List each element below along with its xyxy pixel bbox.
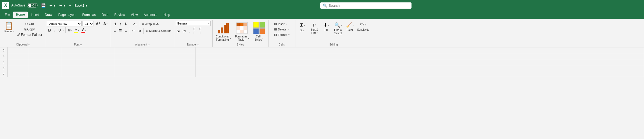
merge-center-button[interactable]: ⊡ Merge & Center ▾ [145, 28, 172, 33]
bold-button[interactable]: B [47, 27, 52, 33]
cell-3-e[interactable] [155, 47, 196, 53]
italic-button[interactable]: I [53, 27, 57, 33]
cell-3-c[interactable] [61, 47, 115, 53]
increase-indent-button[interactable]: ⇥ [137, 28, 142, 33]
paste-button[interactable]: 📋 Paste ▾ [3, 21, 15, 43]
number-format-select[interactable]: General ▾ [176, 21, 211, 26]
delete-icon: ⊟ [274, 27, 277, 31]
copy-button[interactable]: ⎘ Copy [16, 27, 43, 32]
decrease-indent-button[interactable]: ⇤ [131, 28, 136, 33]
undo-button[interactable]: ↩ ▾ [48, 3, 57, 8]
increase-decimal-button[interactable]: .0→ [197, 27, 203, 35]
menu-view[interactable]: View [128, 12, 141, 18]
cell-4-c[interactable] [61, 53, 115, 59]
menu-review[interactable]: Review [112, 12, 127, 18]
cell-7-e[interactable] [155, 71, 196, 77]
styles-group: ConditionalFormatting ▾ [213, 20, 269, 47]
format-button[interactable]: ⊟ Format ▾ [273, 32, 291, 37]
decrease-decimal-button[interactable]: .0← [191, 27, 197, 35]
cell-4-a[interactable] [8, 53, 29, 59]
cell-5-a[interactable] [8, 59, 29, 65]
percent-button[interactable]: % [181, 28, 187, 34]
cell-4-f[interactable] [196, 53, 644, 59]
save-button[interactable]: 💾 [40, 3, 47, 8]
cell-5-f[interactable] [196, 59, 644, 65]
menu-insert[interactable]: Insert [28, 12, 42, 18]
cell-7-a[interactable] [8, 71, 29, 77]
menu-automate[interactable]: Automate [141, 12, 160, 18]
clear-button[interactable]: 🧹 ▾ Clear [344, 21, 356, 33]
find-select-button[interactable]: 🔍 ▾ Find &Select [332, 21, 344, 36]
clipboard-expand-icon[interactable]: ⧉ [28, 43, 30, 46]
font-size-select[interactable]: 11 [83, 21, 94, 26]
underline-button[interactable]: U [58, 28, 62, 33]
menu-home[interactable]: Home [13, 12, 27, 18]
wrap-text-button[interactable]: ⇔ Wrap Text ▾ [141, 22, 160, 26]
insert-button[interactable]: ⊞ Insert ▾ [273, 22, 289, 26]
cell-styles-button[interactable]: CellStyles ▾ [252, 21, 267, 43]
cell-7-b[interactable] [29, 71, 61, 77]
format-painter-button[interactable]: 🖌 Format Painter [16, 32, 43, 37]
cut-button[interactable]: ✂ Cut [16, 22, 43, 26]
cell-6-b[interactable] [29, 65, 61, 71]
align-bottom-button[interactable]: ⬇ [123, 21, 128, 27]
cell-5-c[interactable] [61, 59, 115, 65]
fill-color-button[interactable]: A ▾ [73, 27, 80, 33]
redo-button[interactable]: ↪ ▾ [58, 3, 67, 8]
autosave-toggle[interactable]: Off [27, 3, 37, 8]
menu-file[interactable]: File [2, 12, 13, 18]
underline-dd[interactable]: ▾ [63, 29, 64, 32]
cell-3-f[interactable] [196, 47, 644, 53]
paste-sub-btns: ✂ Cut ⎘ Copy 🖌 Format Painter [16, 21, 43, 43]
number-expand-icon[interactable]: ⧉ [198, 43, 199, 46]
menu-data[interactable]: Data [99, 12, 111, 18]
format-as-table-button[interactable]: Format asTable ▾ [234, 21, 251, 43]
cell-7-f[interactable] [196, 71, 644, 77]
cell-3-b[interactable] [29, 47, 61, 53]
font-expand-icon[interactable]: ⧉ [80, 43, 82, 46]
menu-formulas[interactable]: Formulas [80, 12, 98, 18]
cell-6-a[interactable] [8, 65, 29, 71]
increase-font-button[interactable]: A⁺ [95, 21, 101, 26]
currency-button[interactable]: $▾ [176, 28, 181, 34]
font-name-select[interactable]: Aptos Narrow [47, 21, 82, 26]
cell-7-d[interactable] [115, 71, 155, 77]
sum-button[interactable]: Σ ▾ Sum [297, 21, 308, 33]
align-right-button[interactable]: ≡ [124, 28, 128, 33]
align-center-button[interactable]: ☰ [117, 28, 123, 33]
cell-5-d[interactable] [115, 59, 155, 65]
cell-6-c[interactable] [61, 65, 115, 71]
delete-button[interactable]: ⊟ Delete ▾ [273, 27, 290, 32]
cell-3-d[interactable] [115, 47, 155, 53]
cell-4-d[interactable] [115, 53, 155, 59]
borders-button[interactable]: ⊞ ▾ [67, 28, 73, 33]
find-icon-wrap: 🔍 ▾ [334, 22, 342, 28]
fill-button[interactable]: ⬇ ▾ Fill [321, 21, 332, 33]
align-middle-button[interactable]: ↕ [119, 21, 123, 27]
cell-5-e[interactable] [155, 59, 196, 65]
customize-button[interactable]: ▾ [68, 3, 72, 8]
decrease-font-button[interactable]: A⁻ [102, 21, 109, 26]
comma-button[interactable]: , [188, 28, 191, 34]
sensitivity-button[interactable]: 🛡 ▾ Sensitivity [356, 21, 370, 33]
cell-6-d[interactable] [115, 65, 155, 71]
menu-draw[interactable]: Draw [42, 12, 55, 18]
align-top-button[interactable]: ⬆ [113, 21, 118, 27]
text-rotation-button[interactable]: ⤢▾ [131, 22, 138, 27]
conditional-formatting-button[interactable]: ConditionalFormatting ▾ [214, 21, 232, 43]
menu-help[interactable]: Help [161, 12, 173, 18]
sort-filter-button[interactable]: ↕ ▾ Sort &Filter [309, 21, 320, 36]
cell-4-b[interactable] [29, 53, 61, 59]
cell-4-e[interactable] [155, 53, 196, 59]
cell-5-b[interactable] [29, 59, 61, 65]
menu-page-layout[interactable]: Page Layout [56, 12, 79, 18]
alignment-expand-icon[interactable]: ⧉ [148, 43, 149, 46]
cell-3-a[interactable] [8, 47, 29, 53]
search-input[interactable] [329, 4, 409, 8]
cell-7-c[interactable] [61, 71, 115, 77]
filename-dropdown[interactable]: ▾ [85, 4, 87, 8]
cell-6-e[interactable] [155, 65, 196, 71]
cell-6-f[interactable] [196, 65, 644, 71]
font-color-button[interactable]: A ▾ [81, 27, 87, 33]
align-left-button[interactable]: ≡ [113, 28, 117, 33]
